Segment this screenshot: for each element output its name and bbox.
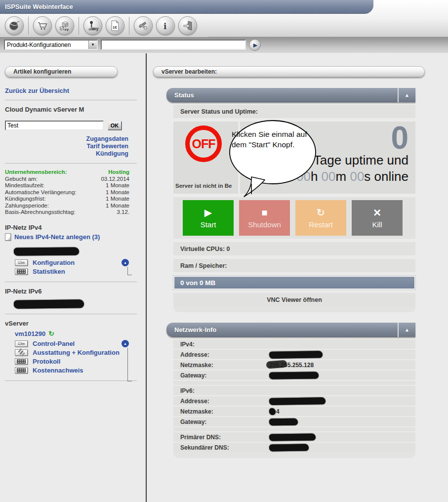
panel-bottom-cap (173, 452, 415, 458)
vserver-section-heading: vServer (5, 320, 146, 327)
network-panel: Netzwerk-Info ▲ IPv4: Addresse: Netzmask… (166, 323, 415, 458)
play-icon: ▶ (204, 208, 212, 217)
tools-icon[interactable] (134, 16, 153, 35)
status-panel-header: Status ▲ (166, 88, 415, 102)
redacted-value (269, 372, 319, 379)
tools-mini-icon (15, 349, 28, 356)
contract-row: Mindestlaufzeit:1 Monate (5, 182, 129, 189)
new-page-icon (5, 233, 11, 241)
back-to-overview-link[interactable]: Zurück zur Übersicht (5, 87, 146, 94)
grid-icon (15, 367, 28, 374)
net-row-ipv6-heading: IPv6: (173, 386, 415, 395)
main-toolbar: xy my 1€ i (5, 15, 197, 36)
sidebar-panel-title[interactable]: Artikel konfigurieren (5, 66, 118, 77)
contract-row: Kündigungsfrist:1 Monate (5, 196, 129, 203)
net-row-ipv4-netmask: Netzmaske: 255.255.255.128 (173, 360, 415, 370)
invoice-icon[interactable]: 1€ (106, 16, 124, 35)
article-action-links: Zugangsdaten Tarif bewerten Kündigung (5, 135, 128, 158)
logout-door-icon[interactable] (178, 16, 197, 35)
restart-button[interactable]: ↻ Restart (295, 200, 346, 236)
shutdown-button[interactable]: ■ Shutdown (239, 200, 290, 236)
category-select[interactable]: Produkt-Konfigurationen ▼ (4, 40, 98, 50)
svg-text:my: my (92, 26, 99, 31)
link-zugangsdaten[interactable]: Zugangsdaten (5, 135, 128, 143)
redacted-value (269, 418, 298, 425)
titlebar: ISPSuite Webinterface (0, 0, 373, 14)
net-row-ipv4-heading: IPv4: (173, 339, 415, 349)
network-panel-title: Netzwerk-Info (166, 326, 216, 334)
uptime-heading-row: Server Status und Uptime: (173, 105, 415, 118)
contract-row: Zahlungsperiode:1 Monate (5, 203, 129, 209)
stop-icon: ■ (261, 208, 267, 217)
joystick-my-icon[interactable]: my (83, 16, 102, 35)
annotation-text: Klicken Sie einmal auf dem "Start" Knopf… (232, 129, 309, 150)
contract-header-value: Hosting (108, 169, 129, 176)
net-row-ipv4-address: Addresse: (173, 350, 415, 359)
logo-sphere-icon[interactable] (5, 16, 24, 35)
divider (5, 314, 137, 314)
page-title: vServer bearbeiten: (162, 68, 217, 75)
redacted-value (269, 351, 323, 359)
go-button[interactable]: ▶ (249, 39, 261, 51)
redacted-ipv4-net (14, 247, 79, 255)
x-icon: × (373, 208, 381, 217)
net-spacer-row (173, 427, 415, 431)
annotation-speech-bubble: Klicken Sie einmal auf dem "Start" Knopf… (223, 118, 320, 199)
redacted-value (269, 408, 276, 415)
app-title: ISPSuite Webinterface (5, 3, 73, 10)
collapse-up-button[interactable]: ▲ (122, 259, 129, 266)
divider (5, 380, 137, 381)
grid-icon (15, 358, 28, 365)
protokoll-link[interactable]: Protokoll (33, 358, 60, 365)
redacted-ipv6-net (14, 299, 84, 308)
info-icon[interactable]: i (156, 16, 175, 35)
net-row-ipv6-netmask: Netzmaske: 4 (173, 407, 415, 416)
toolbar-separator (79, 17, 79, 35)
vm-link[interactable]: vm101290 (15, 330, 45, 337)
link-kuendigung[interactable]: Kündigung (5, 150, 128, 158)
redacted-value (269, 433, 316, 441)
product-box-xy-icon[interactable]: xy (55, 16, 74, 35)
ipv4-section-heading: IP-Netz IPv4 (5, 224, 146, 231)
redaction-smudge (266, 360, 287, 369)
control-panel-link[interactable]: Control-Panel (33, 340, 75, 347)
search-input[interactable] (101, 40, 246, 50)
collapse-up-button[interactable]: ▲ (122, 340, 129, 347)
collapse-arrow-icon[interactable]: ▲ (398, 88, 415, 102)
network-panel-header: Netzwerk-Info ▲ (166, 323, 415, 337)
article-name-input[interactable] (5, 121, 104, 130)
go-arrow-icon: ▶ (253, 42, 257, 48)
link-tarif-bewerten[interactable]: Tarif bewerten (5, 143, 128, 150)
panel-bottom-cap (173, 306, 415, 312)
start-button[interactable]: ▶ Start (183, 200, 234, 236)
tree-elbow-line (127, 348, 132, 381)
kill-button[interactable]: × Kill (352, 200, 403, 236)
new-ipv4-net-link[interactable]: Neues IPv4-Netz anlegen (3) (14, 233, 100, 241)
status-off-badge: OFF (185, 126, 222, 162)
ipv4-statistiken-link[interactable]: Statistiken (33, 268, 65, 275)
net-row-primary-dns: Primärer DNS: (173, 432, 415, 442)
search-bar: Produkt-Konfigurationen ▼ ▶ (0, 37, 448, 53)
chevron-down-icon[interactable]: ▼ (88, 41, 97, 49)
divider (5, 163, 137, 164)
ram-progress-bar: 0 von 0 MB (173, 276, 415, 290)
collapse-arrow-icon[interactable]: ▲ (398, 323, 415, 337)
net-row-ipv6-gateway: Gateway: (173, 417, 415, 426)
grid-icon (15, 268, 28, 275)
category-select-value: Produkt-Konfigurationen (5, 42, 88, 48)
ipv6-section-heading: IP-Netz IPv6 (5, 288, 146, 295)
ok-button[interactable]: OK (108, 121, 122, 130)
ram-label-row: Ram / Speicher: (173, 259, 415, 272)
shopping-cart-icon[interactable] (33, 16, 52, 35)
contract-row: Automatische Verlängerung:1 Monate (5, 189, 129, 196)
ram-bar-row: 0 von 0 MB (173, 276, 415, 290)
kostennachweis-link[interactable]: Kostennachweis (33, 367, 83, 374)
refresh-icon[interactable]: ↻ (48, 330, 54, 337)
vnc-link-row[interactable]: VNC Viewer öffnen (173, 293, 415, 306)
redacted-value (269, 397, 326, 405)
svg-text:i: i (163, 21, 167, 31)
ausstattung-link[interactable]: Ausstattung + Konfiguration (33, 349, 120, 356)
checkbox-xx-icon (15, 340, 28, 347)
ipv4-konfiguration-link[interactable]: Konfiguration (33, 259, 75, 266)
contract-header-label: Unternehmensbereich: (5, 169, 67, 176)
